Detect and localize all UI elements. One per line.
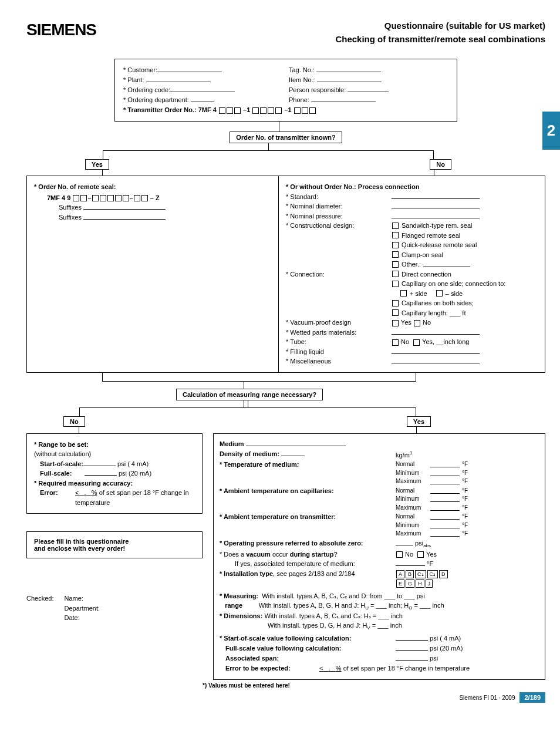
chk-cap-one[interactable] [392, 281, 399, 287]
chk-vac-yes[interactable] [392, 320, 399, 326]
chk-other[interactable] [392, 261, 399, 268]
chk-cap-len[interactable] [392, 309, 399, 316]
input-sos-calc[interactable] [396, 635, 428, 641]
input-customer[interactable] [157, 66, 222, 72]
input-ordcode[interactable] [170, 86, 235, 92]
input-nompres[interactable] [392, 213, 480, 218]
unit-assoc-span: psi [430, 655, 438, 662]
branch-yes-2: Yes [407, 416, 431, 427]
chk-vac-no2[interactable] [396, 551, 403, 558]
input-at-normal[interactable] [430, 514, 460, 520]
char-box[interactable] [294, 107, 301, 114]
inst-G[interactable]: G [406, 579, 414, 588]
lbl-accuracy: * Required measuring accuracy: [34, 479, 195, 488]
input-misc[interactable] [392, 358, 480, 363]
char-box[interactable] [260, 107, 266, 114]
input-sos[interactable] [83, 460, 116, 466]
input-person[interactable] [348, 86, 389, 92]
opt-no: No [405, 551, 413, 558]
input-wetted[interactable] [392, 329, 480, 335]
lbl-date: Date: [64, 613, 100, 623]
char-box[interactable] [141, 195, 148, 201]
transmitter-order-no: * Transmitter Order No.: 7MF 4 –1 –1 [123, 105, 448, 115]
lbl-maximum: Maximum [396, 477, 428, 486]
chk-quick[interactable] [392, 242, 399, 248]
char-box[interactable] [252, 107, 259, 114]
chk-cap-both[interactable] [392, 300, 399, 306]
input-fs[interactable] [85, 470, 117, 476]
char-box[interactable] [80, 195, 87, 201]
inst-B[interactable]: B [406, 570, 414, 578]
char-box[interactable] [123, 195, 129, 201]
char-box[interactable] [309, 107, 316, 114]
input-ac-min[interactable] [430, 497, 460, 502]
input-ac-max[interactable] [430, 506, 460, 511]
input-orddept[interactable] [191, 96, 214, 102]
unit-f: °F [462, 530, 468, 538]
lbl-density-unit: kg/m [396, 451, 410, 458]
input-tm-max[interactable] [430, 479, 460, 484]
unit-f: °F [462, 477, 468, 486]
input-density[interactable] [281, 450, 305, 456]
input-medium[interactable] [246, 440, 346, 446]
chk-flanged[interactable] [392, 232, 399, 238]
input-phone[interactable] [311, 96, 376, 102]
char-box[interactable] [73, 195, 79, 201]
input-itemno[interactable] [317, 76, 382, 82]
chk-plus-side[interactable] [400, 290, 407, 296]
input-fill[interactable] [392, 348, 480, 354]
input-tm-min[interactable] [430, 471, 460, 476]
panel-calculation-inputs: Medium Density of medium: kg/m3 * Temper… [213, 433, 545, 680]
chk-clamp[interactable] [392, 251, 399, 258]
opt-cap-len: Capillary length: ___ ft [402, 308, 465, 318]
unit-f: °F [462, 521, 468, 530]
chk-tube-yes[interactable] [413, 339, 420, 346]
char-box[interactable] [275, 107, 282, 114]
char-box[interactable] [302, 107, 308, 114]
input-suffixes-2[interactable] [83, 214, 166, 220]
inst-C2[interactable]: C₂ [427, 570, 438, 578]
inst-C1[interactable]: C₁ [415, 570, 426, 578]
char-box[interactable] [92, 195, 99, 201]
input-at-max[interactable] [430, 531, 460, 537]
char-box[interactable] [219, 107, 225, 114]
char-box[interactable] [100, 195, 106, 201]
input-vac-temp[interactable] [396, 560, 425, 566]
char-box[interactable] [227, 107, 233, 114]
inst-E[interactable]: E [396, 579, 404, 588]
lbl-plant: * Plant: [123, 76, 144, 83]
input-tm-normal[interactable] [430, 462, 460, 467]
chk-sandwich[interactable] [392, 223, 399, 229]
chk-tube-no[interactable] [392, 339, 399, 346]
chk-direct[interactable] [392, 271, 399, 277]
input-standard[interactable] [392, 193, 480, 199]
input-at-min[interactable] [430, 523, 460, 528]
char-box[interactable] [134, 195, 140, 201]
input-tagno[interactable] [316, 66, 381, 72]
lbl-op-pressure: * Operating pressure referred to absolut… [220, 539, 396, 548]
char-box[interactable] [234, 107, 241, 114]
input-nomdia[interactable] [392, 203, 480, 208]
opt-vac-no: No [423, 319, 431, 326]
char-box[interactable] [115, 195, 122, 201]
input-other[interactable] [423, 261, 470, 267]
input-plant[interactable] [146, 76, 211, 82]
dash: –1 [243, 106, 250, 113]
char-box[interactable] [268, 107, 274, 114]
chk-minus-side[interactable] [436, 290, 443, 296]
inst-A[interactable]: A [396, 570, 404, 578]
inst-J[interactable]: J [426, 579, 433, 588]
inst-H[interactable]: H [416, 579, 424, 588]
opt-vac-yes: Yes [401, 319, 411, 326]
lbl-nompres: * Nominal pressure: [286, 211, 392, 221]
input-assoc-span[interactable] [396, 655, 428, 661]
lbl-range-note: (without calculation) [34, 449, 195, 459]
input-op-pressure[interactable] [396, 540, 413, 545]
chk-vac-yes2[interactable] [417, 551, 424, 558]
char-box[interactable] [107, 195, 114, 201]
input-ac-normal[interactable] [430, 488, 460, 494]
input-fs-calc[interactable] [396, 645, 428, 651]
input-suffixes-1[interactable] [83, 204, 166, 210]
inst-D[interactable]: D [439, 570, 448, 578]
chk-vac-no[interactable] [414, 320, 420, 326]
